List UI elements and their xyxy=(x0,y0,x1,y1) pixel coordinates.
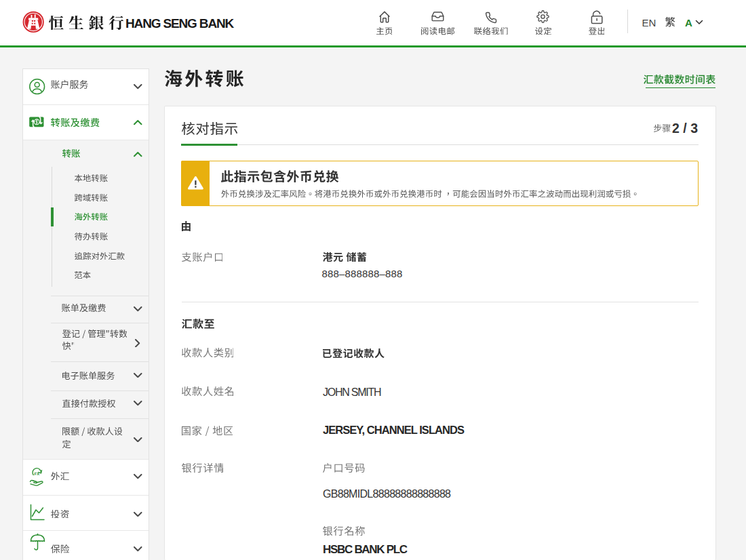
svg-text:FX: FX xyxy=(35,472,40,476)
